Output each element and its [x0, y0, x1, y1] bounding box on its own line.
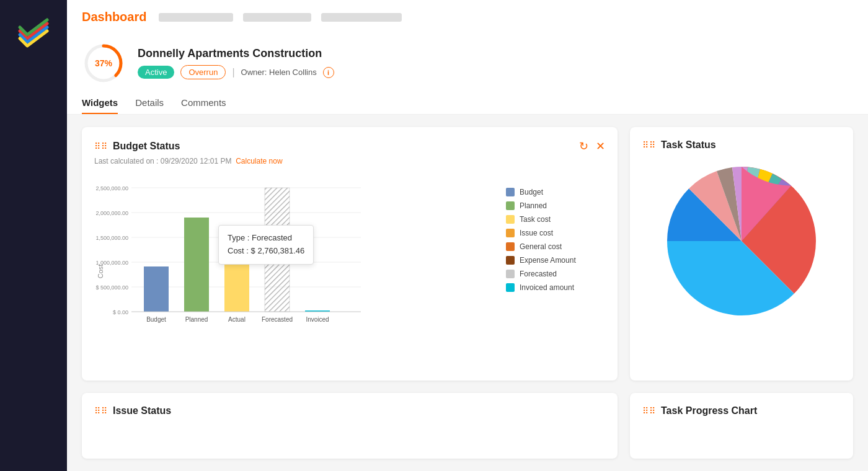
main-content: Dashboard 37% Donnelly Apartments Constr… — [67, 0, 868, 471]
legend-color-task-cost — [506, 215, 515, 224]
legend-expense-amount: Expense Amount — [506, 256, 605, 265]
overrun-badge: Overrun — [180, 65, 226, 79]
budget-widget-header: ⠿⠿ Budget Status ↻ ✕ — [94, 139, 605, 153]
task-progress-widget: ⠿⠿ Task Progress Chart — [630, 393, 853, 459]
tooltip-type: Type : Forecasted — [228, 232, 304, 245]
content-area: ⠿⠿ Budget Status ↻ ✕ Last calculated on … — [67, 115, 868, 471]
close-button[interactable]: ✕ — [596, 139, 605, 153]
header: Dashboard 37% Donnelly Apartments Constr… — [67, 0, 868, 115]
project-details: Donnelly Apartments Construction Active … — [138, 47, 334, 79]
chart-area: Cost $ 2,500,000.00 $ 2,000,000.00 $ 1,5… — [94, 175, 605, 364]
budget-bar — [144, 266, 169, 312]
issue-drag-handle[interactable]: ⠿⠿ — [94, 406, 108, 416]
pie-chart-svg — [661, 161, 822, 322]
active-badge: Active — [138, 66, 174, 79]
owner-label: Owner: Helen Collins — [241, 68, 317, 77]
tab-comments[interactable]: Comments — [181, 92, 226, 114]
breadcrumb-1 — [159, 13, 233, 22]
widget-actions: ↻ ✕ — [579, 139, 605, 153]
legend-issue-cost: Issue cost — [506, 229, 605, 237]
legend-label-budget: Budget — [520, 188, 543, 196]
svg-text:$ 0.00: $ 0.00 — [113, 309, 128, 315]
legend-color-budget — [506, 188, 515, 196]
budget-title-row: ⠿⠿ Budget Status — [94, 141, 180, 152]
tooltip-cost: Cost : $ 2,760,381.46 — [228, 245, 304, 258]
sidebar — [0, 0, 67, 471]
issue-title-row: ⠿⠿ Issue Status — [94, 405, 605, 416]
app-logo — [15, 12, 52, 50]
tab-widgets[interactable]: Widgets — [82, 92, 118, 114]
task-progress-title: Task Progress Chart — [661, 405, 757, 416]
issue-status-title: Issue Status — [113, 405, 171, 416]
task-title-row: ⠿⠿ Task Status — [642, 139, 716, 151]
project-meta: Active Overrun | Owner: Helen Collins i — [138, 65, 334, 79]
budget-widget-title: Budget Status — [113, 141, 180, 152]
tab-details[interactable]: Details — [135, 92, 164, 114]
legend-label-issue-cost: Issue cost — [520, 229, 553, 237]
svg-text:$ 500,000.00: $ 500,000.00 — [95, 284, 128, 291]
svg-text:$ 2,500,000.00: $ 2,500,000.00 — [94, 185, 128, 191]
svg-text:Invoiced: Invoiced — [306, 316, 329, 323]
page-title: Dashboard — [82, 10, 146, 24]
legend-label-general-cost: General cost — [520, 242, 562, 251]
header-top: Dashboard — [82, 10, 853, 24]
svg-text:$ 1,500,000.00: $ 1,500,000.00 — [94, 235, 128, 241]
calculate-now-link[interactable]: Calculate now — [236, 157, 282, 165]
svg-text:$ 1,000,000.00: $ 1,000,000.00 — [94, 260, 128, 266]
task-progress-title-row: ⠿⠿ Task Progress Chart — [642, 405, 841, 416]
project-info: 37% Donnelly Apartments Construction Act… — [82, 32, 853, 92]
progress-circle: 37% — [82, 42, 125, 85]
tabs: Widgets Details Comments — [82, 92, 853, 114]
chart-legend: Budget Planned Task cost Issue cost — [506, 175, 605, 364]
legend-label-planned: Planned — [520, 201, 547, 210]
legend-color-expense-amount — [506, 256, 515, 265]
legend-invoiced-amount: Invoiced amount — [506, 283, 605, 292]
legend-color-general-cost — [506, 242, 515, 251]
task-status-title: Task Status — [661, 139, 716, 151]
svg-text:Forecasted: Forecasted — [262, 316, 293, 323]
bar-chart-svg: Cost $ 2,500,000.00 $ 2,000,000.00 $ 1,5… — [94, 175, 392, 361]
project-name: Donnelly Apartments Construction — [138, 47, 334, 60]
task-status-header: ⠿⠿ Task Status — [642, 139, 841, 151]
chart-tooltip: Type : Forecasted Cost : $ 2,760,381.46 — [218, 225, 314, 265]
legend-color-invoiced-amount — [506, 283, 515, 292]
svg-text:$ 2,000,000.00: $ 2,000,000.00 — [94, 210, 128, 216]
svg-text:37%: 37% — [95, 58, 113, 68]
breadcrumb-2 — [243, 13, 311, 22]
drag-handle[interactable]: ⠿⠿ — [94, 141, 108, 151]
legend-label-expense-amount: Expense Amount — [520, 256, 576, 265]
legend-color-forecasted — [506, 270, 515, 278]
task-drag-handle[interactable]: ⠿⠿ — [642, 140, 656, 150]
breadcrumb-3 — [321, 13, 402, 22]
task-progress-drag-handle[interactable]: ⠿⠿ — [642, 406, 656, 416]
legend-planned: Planned — [506, 201, 605, 210]
svg-text:Actual: Actual — [228, 316, 246, 323]
task-status-widget: ⠿⠿ Task Status — [630, 127, 853, 381]
breadcrumbs — [159, 13, 402, 22]
svg-text:Budget: Budget — [146, 316, 166, 323]
info-icon[interactable]: i — [323, 67, 334, 78]
pie-chart-container — [642, 154, 841, 328]
svg-text:Planned: Planned — [185, 316, 208, 323]
svg-text:Cost: Cost — [97, 265, 104, 279]
planned-bar — [184, 218, 209, 312]
legend-label-task-cost: Task cost — [520, 215, 551, 224]
budget-subtitle: Last calculated on : 09/29/2020 12:01 PM… — [94, 157, 605, 165]
chart-container: Cost $ 2,500,000.00 $ 2,000,000.00 $ 1,5… — [94, 175, 506, 364]
legend-color-planned — [506, 201, 515, 210]
legend-label-forecasted: Forecasted — [520, 270, 557, 278]
legend-label-invoiced-amount: Invoiced amount — [520, 283, 574, 292]
refresh-button[interactable]: ↻ — [579, 139, 588, 153]
legend-color-issue-cost — [506, 229, 515, 237]
budget-status-widget: ⠿⠿ Budget Status ↻ ✕ Last calculated on … — [82, 127, 618, 381]
legend-forecasted: Forecasted — [506, 270, 605, 278]
legend-budget: Budget — [506, 188, 605, 196]
issue-status-widget: ⠿⠿ Issue Status — [82, 393, 618, 459]
legend-task-cost: Task cost — [506, 215, 605, 224]
legend-general-cost: General cost — [506, 242, 605, 251]
